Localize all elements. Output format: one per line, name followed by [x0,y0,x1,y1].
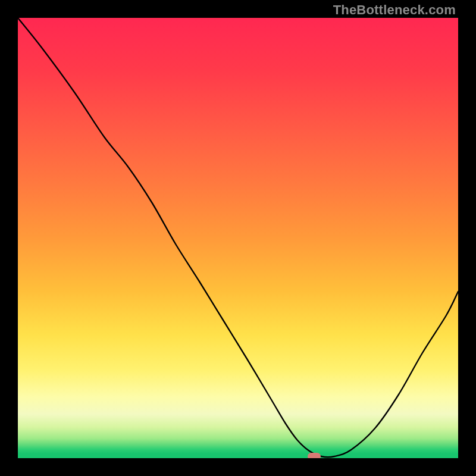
plot-area [18,18,458,458]
curve-svg [18,18,458,458]
bottleneck-curve [18,18,458,457]
optimum-marker [308,453,321,458]
outer-frame: TheBottleneck.com [0,0,476,476]
watermark-text: TheBottleneck.com [333,2,456,18]
